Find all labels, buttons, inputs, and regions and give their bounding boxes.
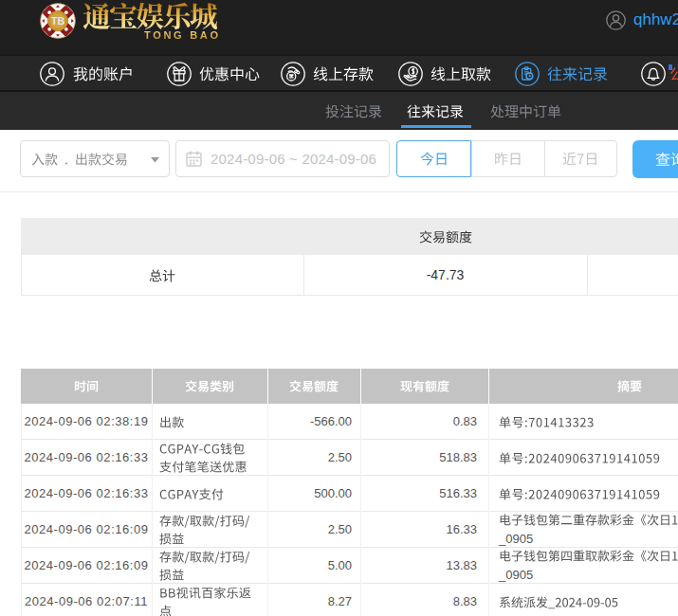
svg-text:TB: TB <box>51 15 64 27</box>
